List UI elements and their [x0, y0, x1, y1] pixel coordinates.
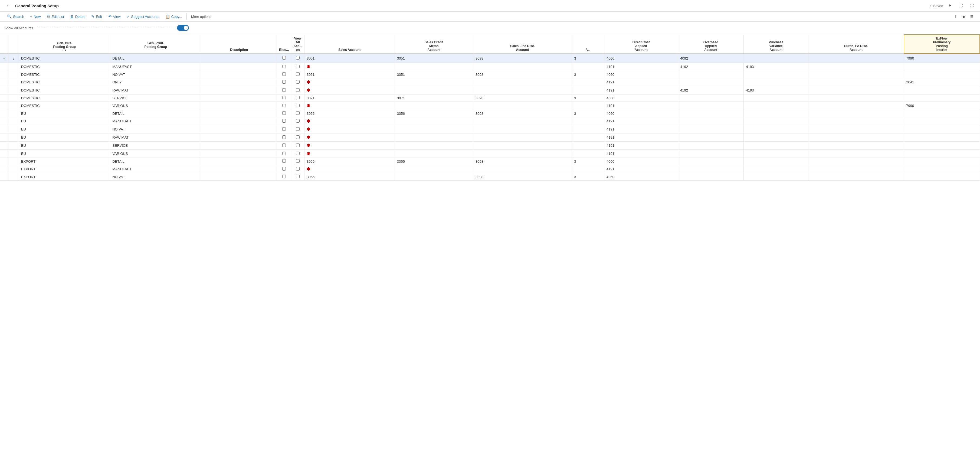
cell-sales-account[interactable]: ✱ — [304, 78, 395, 86]
cell-sales-account[interactable]: 3055 — [304, 158, 395, 165]
cell-gen-prod[interactable]: MANUFACT — [110, 117, 201, 125]
table-row[interactable]: DOMESTIC MANUFACT ✱ 4191 4192 4193 — [0, 63, 980, 71]
cell-gen-prod[interactable]: SERVICE — [110, 94, 201, 102]
cell-purchase-variance[interactable] — [744, 125, 808, 134]
bookmark-button[interactable]: ⚑ — [947, 2, 954, 10]
cell-gen-prod[interactable]: RAW MAT — [110, 134, 201, 142]
cell-block[interactable] — [277, 173, 291, 180]
cell-direct-cost[interactable]: 4060 — [605, 158, 678, 165]
cell-purch-fa-disc[interactable] — [808, 102, 904, 110]
cell-purchase-variance[interactable] — [744, 71, 808, 78]
cell-gen-prod[interactable]: DETAIL — [110, 110, 201, 117]
cell-gen-prod[interactable]: MANUFACT — [110, 165, 201, 173]
table-row[interactable]: → ⋮ DOMESTIC DETAIL 3051 3051 3098 3 406… — [0, 54, 980, 63]
cell-description[interactable] — [201, 78, 277, 86]
cell-gen-prod[interactable]: VARIOUS — [110, 102, 201, 110]
cell-block[interactable] — [277, 102, 291, 110]
cell-direct-cost[interactable]: 4191 — [605, 63, 678, 71]
cell-a[interactable] — [572, 125, 605, 134]
cell-view-all[interactable] — [291, 94, 304, 102]
table-row[interactable]: EXPORT MANUFACT ✱ 4191 — [0, 165, 980, 173]
cell-gen-prod[interactable]: NO VAT — [110, 173, 201, 180]
cell-exflow[interactable] — [904, 110, 980, 117]
cell-sales-credit-memo[interactable]: 3051 — [395, 54, 473, 63]
cell-purchase-variance[interactable] — [744, 54, 808, 63]
row-menu-button[interactable]: ⋮ — [11, 55, 16, 61]
cell-purchase-variance[interactable] — [744, 110, 808, 117]
table-row[interactable]: EXPORT DETAIL 3055 3055 3098 3 4060 — [0, 158, 980, 165]
cell-purch-fa-disc[interactable] — [808, 117, 904, 125]
cell-gen-bus[interactable]: DOMESTIC — [19, 71, 110, 78]
cell-overhead-applied[interactable] — [678, 158, 744, 165]
cell-direct-cost[interactable]: 4191 — [605, 86, 678, 94]
cell-exflow[interactable] — [904, 142, 980, 150]
cell-direct-cost[interactable]: 4191 — [605, 117, 678, 125]
cell-sales-line-disc[interactable] — [473, 86, 571, 94]
cell-direct-cost[interactable]: 4060 — [605, 110, 678, 117]
minimize-button[interactable]: ⛶ — [968, 2, 976, 10]
cell-gen-prod[interactable]: NO VAT — [110, 125, 201, 134]
cell-sales-account[interactable]: 3071 — [304, 94, 395, 102]
cell-block[interactable] — [277, 71, 291, 78]
cell-sales-credit-memo[interactable] — [395, 173, 473, 180]
cell-description[interactable] — [201, 158, 277, 165]
cell-description[interactable] — [201, 134, 277, 142]
delete-button[interactable]: 🗑 Delete — [67, 13, 88, 20]
cell-gen-bus[interactable]: EU — [19, 134, 110, 142]
cell-a[interactable] — [572, 142, 605, 150]
cell-sales-line-disc[interactable] — [473, 134, 571, 142]
table-row[interactable]: DOMESTIC SERVICE 3071 3071 3098 3 4060 — [0, 94, 980, 102]
cell-purchase-variance[interactable] — [744, 142, 808, 150]
search-button[interactable]: 🔍 Search — [4, 13, 27, 20]
cell-block[interactable] — [277, 117, 291, 125]
cell-view-all[interactable] — [291, 63, 304, 71]
cell-purch-fa-disc[interactable] — [808, 165, 904, 173]
cell-overhead-applied[interactable] — [678, 150, 744, 158]
cell-direct-cost[interactable]: 4060 — [605, 54, 678, 63]
cell-sales-credit-memo[interactable] — [395, 134, 473, 142]
cell-description[interactable] — [201, 125, 277, 134]
cell-a[interactable] — [572, 102, 605, 110]
cell-sales-credit-memo[interactable] — [395, 117, 473, 125]
table-row[interactable]: EU NO VAT ✱ 4191 — [0, 125, 980, 134]
cell-description[interactable] — [201, 86, 277, 94]
cell-overhead-applied[interactable] — [678, 117, 744, 125]
cell-exflow[interactable]: 7990 — [904, 54, 980, 63]
edit-list-button[interactable]: ☷ Edit List — [44, 13, 67, 20]
cell-block[interactable] — [277, 110, 291, 117]
cell-sales-line-disc[interactable] — [473, 117, 571, 125]
cell-gen-prod[interactable]: DETAIL — [110, 54, 201, 63]
cell-purchase-variance[interactable] — [744, 102, 808, 110]
col-sales-account[interactable]: Sales Account — [304, 35, 395, 54]
cell-block[interactable] — [277, 125, 291, 134]
cell-purchase-variance[interactable] — [744, 173, 808, 180]
cell-direct-cost[interactable]: 4060 — [605, 71, 678, 78]
cell-description[interactable] — [201, 94, 277, 102]
expand-button[interactable]: ⛶ — [957, 2, 965, 10]
cell-sales-line-disc[interactable] — [473, 78, 571, 86]
cell-a[interactable] — [572, 150, 605, 158]
table-row[interactable]: EU DETAIL 3056 3056 3098 3 4060 — [0, 110, 980, 117]
cell-block[interactable] — [277, 54, 291, 63]
cell-exflow[interactable] — [904, 134, 980, 142]
cell-view-all[interactable] — [291, 110, 304, 117]
cell-purchase-variance[interactable] — [744, 78, 808, 86]
col-view-all[interactable]: View All Acc... on — [291, 35, 304, 54]
cell-overhead-applied[interactable] — [678, 102, 744, 110]
cell-view-all[interactable] — [291, 165, 304, 173]
cell-exflow[interactable]: 7990 — [904, 102, 980, 110]
cell-a[interactable]: 3 — [572, 71, 605, 78]
cell-gen-bus[interactable]: DOMESTIC — [19, 94, 110, 102]
cell-view-all[interactable] — [291, 142, 304, 150]
cell-block[interactable] — [277, 94, 291, 102]
cell-exflow[interactable] — [904, 158, 980, 165]
cell-a[interactable] — [572, 86, 605, 94]
cell-purchase-variance[interactable] — [744, 158, 808, 165]
cell-exflow[interactable] — [904, 150, 980, 158]
col-gen-bus[interactable]: Gen. Bus. Posting Group ↑ ▼ — [19, 35, 110, 54]
cell-sales-credit-memo[interactable] — [395, 165, 473, 173]
table-row[interactable]: DOMESTIC ONLY ✱ 4191 2641 — [0, 78, 980, 86]
cell-gen-bus[interactable]: DOMESTIC — [19, 86, 110, 94]
cell-sales-account[interactable]: 3051 — [304, 54, 395, 63]
cell-view-all[interactable] — [291, 71, 304, 78]
